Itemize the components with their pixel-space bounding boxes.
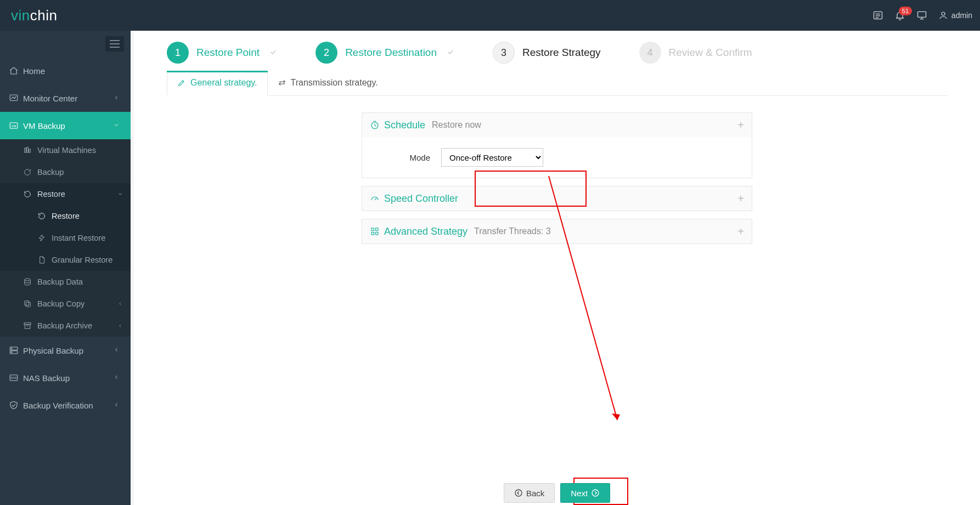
- sidebar-sub-backup-data[interactable]: Backup Data: [0, 271, 131, 293]
- panel-advanced-header[interactable]: Advanced Strategy Transfer Threads: 3 +: [362, 219, 752, 243]
- clock-icon: [370, 120, 380, 130]
- user-name: admin: [951, 11, 972, 20]
- svg-rect-12: [27, 147, 29, 152]
- history-icon: [37, 212, 52, 220]
- transfer-icon: [278, 78, 286, 87]
- panel-title: Schedule: [370, 120, 425, 131]
- brand-post: chin: [30, 7, 58, 24]
- grid-icon: [370, 226, 380, 236]
- panel-title: Speed Controller: [370, 193, 458, 205]
- mode-select[interactable]: Once-off Restore: [441, 148, 543, 167]
- chevron-left-icon: [113, 373, 122, 382]
- wizard-step-3[interactable]: 3 Restore Strategy: [493, 42, 601, 64]
- sidebar-item-label: VM Backup: [23, 121, 113, 130]
- sidebar-item-label: Backup Verification: [23, 401, 113, 410]
- bell-icon[interactable]: 51: [889, 4, 911, 26]
- sidebar-sub2-label: Granular Restore: [52, 256, 112, 264]
- sidebar-sub-backup-copy[interactable]: Backup Copy: [0, 293, 131, 315]
- list-icon[interactable]: [867, 4, 889, 26]
- sidebar-sub-virtual-machines[interactable]: Virtual Machines: [0, 139, 131, 161]
- sidebar-sub-label: Virtual Machines: [37, 146, 96, 155]
- svg-text:VM: VM: [12, 124, 16, 128]
- sidebar-sub-label: Backup Data: [37, 277, 83, 286]
- archive-icon: [23, 321, 37, 330]
- svg-text:NAS: NAS: [11, 376, 17, 379]
- copy-icon: [23, 299, 37, 308]
- arrow-right-icon: [591, 489, 600, 497]
- svg-point-23: [12, 352, 13, 353]
- wizard-steps: 1 Restore Point 2 Restore Destination 3 …: [134, 31, 980, 71]
- history-icon: [23, 190, 37, 198]
- panel-summary: Restore now: [432, 120, 481, 130]
- next-button[interactable]: Next: [560, 483, 610, 503]
- server-icon: [9, 345, 23, 355]
- panel-summary: Transfer Threads: 3: [474, 226, 551, 236]
- wizard-step-number: 1: [167, 42, 189, 64]
- sidebar-item-vm-backup[interactable]: VM VM Backup: [0, 112, 131, 139]
- next-label: Next: [571, 489, 588, 498]
- panel-title: Advanced Strategy: [370, 226, 468, 237]
- panel-schedule-body: Mode Once-off Restore: [362, 137, 752, 178]
- chevron-left-icon: [117, 299, 123, 308]
- chevron-left-icon: [113, 94, 122, 103]
- sidebar-item-label: NAS Backup: [23, 373, 113, 383]
- sidebar-sub2-label: Instant Restore: [52, 234, 105, 242]
- svg-point-7: [942, 12, 945, 15]
- sidebar-sub-label: Backup: [37, 168, 64, 177]
- sidebar-item-home[interactable]: Home: [0, 57, 131, 84]
- sidebar-sub2-restore[interactable]: Restore: [0, 205, 131, 227]
- wizard-step-2[interactable]: 2 Restore Destination: [316, 42, 454, 64]
- wizard-step-1[interactable]: 1 Restore Point: [167, 42, 277, 64]
- sidebar-sub2-instant-restore[interactable]: Instant Restore: [0, 227, 131, 249]
- svg-rect-33: [371, 232, 374, 235]
- back-button[interactable]: Back: [504, 483, 555, 503]
- svg-point-22: [12, 348, 13, 349]
- sidebar-sub-restore[interactable]: Restore: [0, 183, 131, 205]
- wizard-step-number: 3: [493, 42, 515, 64]
- tab-general-strategy[interactable]: General strategy.: [167, 72, 268, 96]
- wizard-step-title: Restore Point: [196, 47, 260, 59]
- svg-rect-13: [29, 149, 31, 152]
- panel-schedule-header[interactable]: Schedule Restore now +: [362, 113, 752, 137]
- mode-label: Mode: [375, 153, 430, 162]
- notif-badge: 51: [899, 7, 912, 15]
- monitor-icon[interactable]: [911, 4, 933, 26]
- vm-icon: VM: [9, 121, 23, 130]
- shield-check-icon: [9, 400, 23, 410]
- plus-icon: +: [737, 192, 744, 205]
- wizard-step-title: Restore Strategy: [522, 47, 601, 59]
- sidebar-sub2-granular-restore[interactable]: Granular Restore: [0, 249, 131, 271]
- svg-rect-16: [25, 301, 29, 305]
- hamburger-icon[interactable]: [105, 36, 124, 52]
- chevron-left-icon: [113, 401, 122, 410]
- sidebar-sub-backup[interactable]: Backup: [0, 161, 131, 183]
- sidebar-item-monitor-center[interactable]: Monitor Center: [0, 84, 131, 112]
- check-icon: [447, 48, 454, 58]
- user-icon: [938, 10, 948, 20]
- wizard-step-number: 2: [316, 42, 337, 64]
- nas-icon: NAS: [9, 373, 23, 383]
- panel-speed-header[interactable]: Speed Controller +: [362, 186, 752, 211]
- chevron-down-icon: [113, 121, 122, 130]
- sidebar-item-nas-backup[interactable]: NAS NAS Backup: [0, 364, 131, 391]
- sidebar-item-physical-backup[interactable]: Physical Backup: [0, 337, 131, 364]
- sidebar-item-label: Home: [23, 66, 122, 76]
- plus-icon: +: [737, 225, 744, 238]
- chevron-left-icon: [113, 346, 122, 355]
- database-icon: [23, 277, 37, 286]
- back-label: Back: [526, 489, 544, 498]
- sidebar-item-backup-verification[interactable]: Backup Verification: [0, 391, 131, 419]
- mode-select-wrap: Once-off Restore: [441, 148, 543, 167]
- sidebar-item-label: Physical Backup: [23, 346, 113, 355]
- bars-icon: [23, 146, 37, 155]
- main-content: 1 Restore Point 2 Restore Destination 3 …: [131, 31, 980, 505]
- sidebar-sub-backup-archive[interactable]: Backup Archive: [0, 315, 131, 337]
- file-icon: [37, 256, 52, 264]
- wizard-step-number: 4: [639, 42, 661, 64]
- tab-transmission-strategy[interactable]: Transmission strategy.: [268, 72, 388, 96]
- brand-pre: vin: [11, 7, 30, 24]
- chevron-down-icon: [117, 190, 123, 198]
- user-menu[interactable]: admin: [933, 10, 972, 20]
- chevron-left-icon: [117, 321, 123, 330]
- home-icon: [9, 66, 23, 76]
